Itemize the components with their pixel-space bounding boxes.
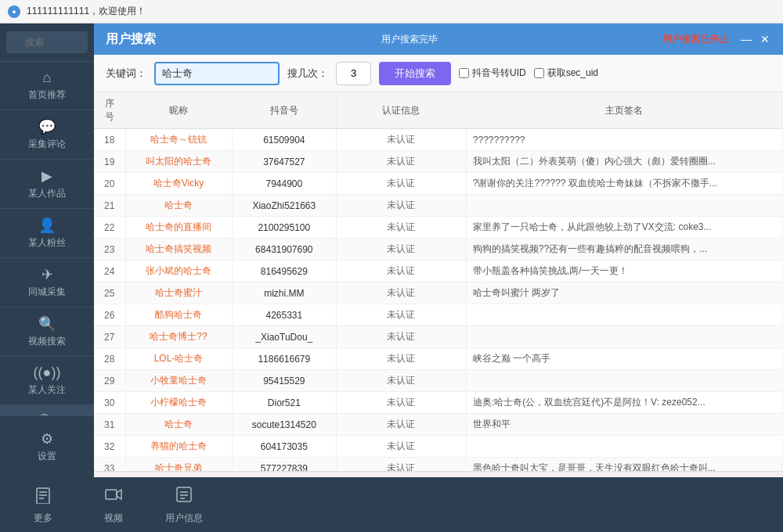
- cell-sign: 哈士奇叫蜜汁 两岁了: [466, 282, 782, 304]
- table-row[interactable]: 24 张小斌的哈士奇 816495629 未认证 带小瓶盖各种搞笑挑战,两/一天…: [94, 261, 783, 282]
- cell-auth: 未认证: [337, 414, 467, 436]
- table-row[interactable]: 25 哈士奇蜜汁 mizhi.MM 未认证 哈士奇叫蜜汁 两岁了: [94, 282, 783, 304]
- sidebar-item-home[interactable]: ⌂ 首页推荐: [0, 62, 94, 110]
- cell-name: 小柠檬哈士奇: [125, 392, 232, 414]
- cell-index: 32: [94, 436, 125, 458]
- close-button[interactable]: ✕: [759, 33, 771, 45]
- sidebar: 🔍 ⌂ 首页推荐 💬 采集评论 ▶ 某人作品 👤 某人粉丝: [0, 23, 94, 477]
- video-icon: [104, 485, 123, 509]
- sidebar-item-person-fans[interactable]: 👤 某人粉丝: [0, 209, 94, 258]
- checkbox-sec-uid-input[interactable]: [534, 68, 544, 78]
- bottom-tab-user-info-label: 用户信息: [165, 512, 203, 525]
- table-row[interactable]: 33 哈士奇兄弟 577227839 未认证 黑色哈士奇叫大宝，是哥哥，天生没有…: [94, 458, 783, 472]
- play-icon: ▶: [41, 167, 52, 185]
- home-icon: ⌂: [43, 70, 52, 86]
- cell-index: 30: [94, 392, 125, 414]
- cell-sign: [466, 304, 782, 326]
- bottom-tab-more[interactable]: 更多: [8, 479, 78, 531]
- cell-name: 张小斌的哈士奇: [125, 261, 232, 282]
- sidebar-item-video-search[interactable]: 🔍 视频搜索: [0, 307, 94, 357]
- cell-sign: [466, 326, 782, 348]
- checkbox-sec-uid[interactable]: 获取sec_uid: [534, 66, 598, 80]
- table-row[interactable]: 20 哈士奇Vicky 7944900 未认证 ?谢谢你的关注?????? 双血…: [94, 173, 783, 195]
- cell-auth: 未认证: [337, 348, 467, 370]
- cell-sign: ??????????: [466, 129, 782, 151]
- table-row[interactable]: 30 小柠檬哈士奇 Dior521 未认证 迪奥:哈士奇(公，双血统宫廷代)不是…: [94, 392, 783, 414]
- cell-index: 19: [94, 151, 125, 173]
- table-row[interactable]: 28 LOL-哈士奇 1186616679 未认证 峡谷之巅 一个高手: [94, 348, 783, 370]
- sidebar-item-label: 采集评论: [28, 138, 66, 151]
- sidebar-item-collect-comment[interactable]: 💬 采集评论: [0, 110, 94, 160]
- cell-index: 20: [94, 173, 125, 195]
- cell-auth: 未认证: [337, 370, 467, 392]
- table-row[interactable]: 26 酷狗哈士奇 4265331 未认证: [94, 304, 783, 326]
- horizontal-scrollbar[interactable]: [94, 471, 783, 477]
- cell-sign: [466, 436, 782, 458]
- table-row[interactable]: 27 哈士奇博士?? _XiaoTuDou_ 未认证: [94, 326, 783, 348]
- svg-rect-4: [106, 490, 117, 499]
- sidebar-item-local-collect[interactable]: ✈ 同城采集: [0, 258, 94, 307]
- bottom-bar: 更多 视频 用户信息: [0, 477, 783, 532]
- table-row[interactable]: 32 养猫的哈士奇 604173035 未认证: [94, 436, 783, 458]
- cell-douyin: 68431907690: [232, 239, 336, 261]
- cell-name: 哈士奇蜜汁: [125, 282, 232, 304]
- count-input[interactable]: [336, 62, 371, 85]
- count-label: 搜几次：: [287, 66, 328, 81]
- sidebar-item-settings[interactable]: ⚙ 设置: [0, 424, 94, 469]
- col-header-sign: 主页签名: [466, 92, 782, 129]
- cell-name: 小牧童哈士奇: [125, 370, 232, 392]
- table-row[interactable]: 23 哈士奇搞笑视频 68431907690 未认证 狗狗的搞笑视频??还有一些…: [94, 239, 783, 261]
- table-row[interactable]: 21 哈士奇 XiaoZhi521663 未认证: [94, 195, 783, 217]
- table-row[interactable]: 22 哈士奇的直播间 2100295100 未认证 家里养了一只哈士奇，从此跟他…: [94, 217, 783, 239]
- cell-auth: 未认证: [337, 304, 467, 326]
- cell-index: 21: [94, 195, 125, 217]
- cell-index: 31: [94, 414, 125, 436]
- table-row[interactable]: 29 小牧童哈士奇 95415529 未认证: [94, 370, 783, 392]
- cell-index: 24: [94, 261, 125, 282]
- cell-sign: 世界和平: [466, 414, 782, 436]
- cell-index: 26: [94, 304, 125, 326]
- bottom-tab-video[interactable]: 视频: [78, 479, 149, 531]
- search-button[interactable]: 开始搜索: [379, 62, 451, 85]
- sidebar-item-person-work[interactable]: ▶ 某人作品: [0, 160, 94, 209]
- cell-name: 哈士奇的直播间: [125, 217, 232, 239]
- user-table-container[interactable]: 序号 昵称 抖音号 认证信息 主页签名 18 哈士奇～铳铳 61509904 未…: [94, 92, 783, 471]
- sidebar-item-person-follow[interactable]: ((●)) 某人关注: [0, 357, 94, 405]
- cell-douyin: 95415529: [232, 370, 336, 392]
- sidebar-search-input[interactable]: [6, 31, 88, 53]
- table-row[interactable]: 31 哈士奇 socute1314520 未认证 世界和平: [94, 414, 783, 436]
- sidebar-item-label: 某人关注: [28, 383, 66, 397]
- cell-name: 哈士奇兄弟: [125, 458, 232, 472]
- content-area: 用户搜索 用户搜索完毕 用户搜索已停止 — ✕ 关键词： 搜几次： 开始搜索 抖…: [94, 23, 783, 477]
- cell-index: 29: [94, 370, 125, 392]
- cell-index: 33: [94, 458, 125, 472]
- cell-name: 哈士奇～铳铳: [125, 129, 232, 151]
- cell-douyin: socute1314520: [232, 414, 336, 436]
- settings-icon: ⚙: [41, 430, 53, 448]
- col-header-douyin: 抖音号: [232, 92, 336, 129]
- checkbox-uid-label: 抖音号转UID: [472, 66, 526, 80]
- checkbox-uid[interactable]: 抖音号转UID: [459, 66, 526, 80]
- app-icon: ●: [8, 5, 20, 18]
- cell-name: LOL-哈士奇: [125, 348, 232, 370]
- user-table: 序号 昵称 抖音号 认证信息 主页签名 18 哈士奇～铳铳 61509904 未…: [94, 92, 783, 471]
- table-row[interactable]: 18 哈士奇～铳铳 61509904 未认证 ??????????: [94, 129, 783, 151]
- cell-index: 23: [94, 239, 125, 261]
- cell-name: 哈士奇: [125, 414, 232, 436]
- cell-sign: 峡谷之巅 一个高手: [466, 348, 782, 370]
- keyword-input[interactable]: [154, 62, 280, 85]
- bottom-tab-video-label: 视频: [104, 512, 123, 525]
- table-row[interactable]: 19 叫太阳的哈士奇 37647527 未认证 我叫太阳（二）外表英萌（傻）内心…: [94, 151, 783, 173]
- cell-auth: 未认证: [337, 458, 467, 472]
- bottom-tab-user-info[interactable]: 用户信息: [149, 479, 219, 531]
- sidebar-item-user-search[interactable]: 🔍 用户搜索: [0, 405, 94, 415]
- checkbox-uid-input[interactable]: [459, 68, 469, 78]
- sidebar-bottom: ⚙ 设置: [0, 415, 94, 477]
- cell-auth: 未认证: [337, 436, 467, 458]
- minimize-button[interactable]: —: [740, 33, 752, 45]
- status-stopped: 用户搜索已停止: [662, 33, 728, 46]
- content-title: 用户搜索: [106, 31, 156, 48]
- cell-auth: 未认证: [337, 261, 467, 282]
- main-layout: 🔍 ⌂ 首页推荐 💬 采集评论 ▶ 某人作品 👤 某人粉丝: [0, 23, 783, 477]
- table-header-row: 序号 昵称 抖音号 认证信息 主页签名: [94, 92, 783, 129]
